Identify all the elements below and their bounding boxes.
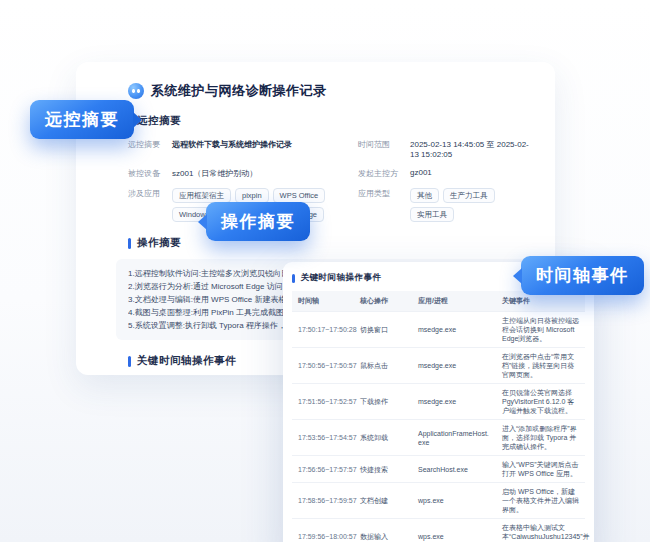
app-type-tags: 其他 生产力工具 实用工具 xyxy=(410,188,531,222)
field-value-controller: gz001 xyxy=(410,168,531,177)
column-header-time: 时间轴 xyxy=(292,291,354,312)
app-type-tag: 生产力工具 xyxy=(443,188,495,203)
app-type-tag: 其他 xyxy=(410,188,439,203)
callout-timeline-events: 时间轴事件 xyxy=(521,256,644,295)
cell-app: msedge.exe xyxy=(412,312,496,348)
cell-app: ApplicationFrameHost.exe xyxy=(412,420,496,456)
field-label: 应用类型 xyxy=(358,188,410,199)
column-header-operation: 核心操作 xyxy=(354,291,412,312)
app-tag: pixpin xyxy=(235,188,269,203)
column-header-app-process: 应用/进程 xyxy=(412,291,496,312)
section-accent-bar xyxy=(128,238,131,249)
form-row: 被控设备 sz001（日常维护别动） 发起主控方 gz001 xyxy=(128,168,531,179)
field-value-summary: 远程软件下载与系统维护操作记录 xyxy=(172,139,358,150)
operation-summary-header: 操作摘要 xyxy=(128,236,531,250)
report-title-row: 系统维护与网络诊断操作记录 xyxy=(128,82,531,100)
cell-operation: 切换窗口 xyxy=(354,312,412,348)
cell-time: 17:53:56~17:54:57 xyxy=(292,420,354,456)
cell-event: 启动 WPS Office，新建一个表格文件并进入编辑界面。 xyxy=(496,483,585,519)
cell-event: 在贝锐蒲公英官网选择 PgyVisitorEnt 6.12.0 客户端并触发下载… xyxy=(496,384,585,420)
timeline-preview-title: 关键时间轴操作事件 xyxy=(137,354,236,368)
cell-app: wps.exe xyxy=(412,519,496,542)
timeline-events-table: 时间轴 核心操作 应用/进程 关键事件 17:50:17~17:50:28 切换… xyxy=(292,291,585,542)
table-row: 17:53:56~17:54:57 系统卸载 ApplicationFrameH… xyxy=(292,420,585,456)
cell-operation: 文档创建 xyxy=(354,483,412,519)
cell-app: SearchHost.exe xyxy=(412,456,496,483)
cell-event: 在浏览器中点击“常用文档”链接，跳转至向日葵官网页面。 xyxy=(496,348,585,384)
page-canvas: 系统维护与网络诊断操作记录 远控摘要 远控摘要 远程软件下载与系统维护操作记录 … xyxy=(0,0,650,542)
cell-app: msedge.exe xyxy=(412,348,496,384)
field-label: 时间范围 xyxy=(358,139,410,150)
cell-operation: 鼠标点击 xyxy=(354,348,412,384)
cell-operation: 数据输入 xyxy=(354,519,412,542)
cell-event: 主控端从向日葵被控端远程会话切换到 Microsoft Edge浏览器。 xyxy=(496,312,585,348)
operation-summary-title: 操作摘要 xyxy=(137,236,181,250)
field-label: 被控设备 xyxy=(128,168,172,179)
field-value-time-range: 2025-02-13 14:45:05 至 2025-02-13 15:02:0… xyxy=(410,139,531,159)
cell-app: msedge.exe xyxy=(412,384,496,420)
cell-time: 17:56:56~17:57:57 xyxy=(292,456,354,483)
cell-time: 17:50:56~17:50:57 xyxy=(292,348,354,384)
form-row-apps: 涉及应用 应用框架宿主 pixpin WPS Office Windows 资源… xyxy=(128,188,531,222)
app-tag: WPS Office xyxy=(273,188,326,203)
cell-operation: 快捷搜索 xyxy=(354,456,412,483)
cell-time: 17:51:56~17:52:57 xyxy=(292,384,354,420)
cell-event: 输入“WPS”关键词后点击打开 WPS Office 应用。 xyxy=(496,456,585,483)
field-label: 发起主控方 xyxy=(358,168,410,179)
cell-time: 17:59:56~18:00:57 xyxy=(292,519,354,542)
field-label: 远控摘要 xyxy=(128,139,172,150)
cell-operation: 下载操作 xyxy=(354,384,412,420)
robot-assistant-icon xyxy=(128,83,144,99)
timeline-events-title: 关键时间轴操作事件 xyxy=(301,272,382,284)
table-row: 17:51:56~17:52:57 下载操作 msedge.exe 在贝锐蒲公英… xyxy=(292,384,585,420)
remote-summary-header: 远控摘要 xyxy=(128,114,531,128)
table-row: 17:50:56~17:50:57 鼠标点击 msedge.exe 在浏览器中点… xyxy=(292,348,585,384)
section-accent-bar xyxy=(128,356,131,367)
page-title: 系统维护与网络诊断操作记录 xyxy=(151,82,327,100)
remote-summary-title: 远控摘要 xyxy=(137,114,181,128)
cell-time: 17:58:56~17:59:57 xyxy=(292,483,354,519)
field-value-device: sz001（日常维护别动） xyxy=(172,168,358,179)
cell-app: wps.exe xyxy=(412,483,496,519)
cell-event: 进入“添加或删除程序”界面，选择卸载 Typora 并完成确认操作。 xyxy=(496,420,585,456)
section-accent-bar xyxy=(292,274,295,283)
app-type-tag: 实用工具 xyxy=(410,207,454,222)
remote-summary-form: 远控摘要 远程软件下载与系统维护操作记录 时间范围 2025-02-13 14:… xyxy=(128,139,531,222)
table-row: 17:58:56~17:59:57 文档创建 wps.exe 启动 WPS Of… xyxy=(292,483,585,519)
cell-time: 17:50:17~17:50:28 xyxy=(292,312,354,348)
cell-event: 在表格中输入测试文本“CaiwushuJushu12345”并使用 SUM公式求… xyxy=(496,519,585,542)
table-row: 17:50:17~17:50:28 切换窗口 msedge.exe 主控端从向日… xyxy=(292,312,585,348)
app-tag: 应用框架宿主 xyxy=(172,188,231,203)
cell-operation: 系统卸载 xyxy=(354,420,412,456)
callout-operation-summary: 操作摘要 xyxy=(206,202,310,241)
table-row: 17:59:56~18:00:57 数据输入 wps.exe 在表格中输入测试文… xyxy=(292,519,585,542)
timeline-events-card: 关键时间轴操作事件 时间轴 核心操作 应用/进程 关键事件 17:50:17~1… xyxy=(283,262,594,542)
callout-remote-summary: 远控摘要 xyxy=(30,100,134,139)
field-label: 涉及应用 xyxy=(128,188,172,199)
form-row: 远控摘要 远程软件下载与系统维护操作记录 时间范围 2025-02-13 14:… xyxy=(128,139,531,159)
table-row: 17:56:56~17:57:57 快捷搜索 SearchHost.exe 输入… xyxy=(292,456,585,483)
